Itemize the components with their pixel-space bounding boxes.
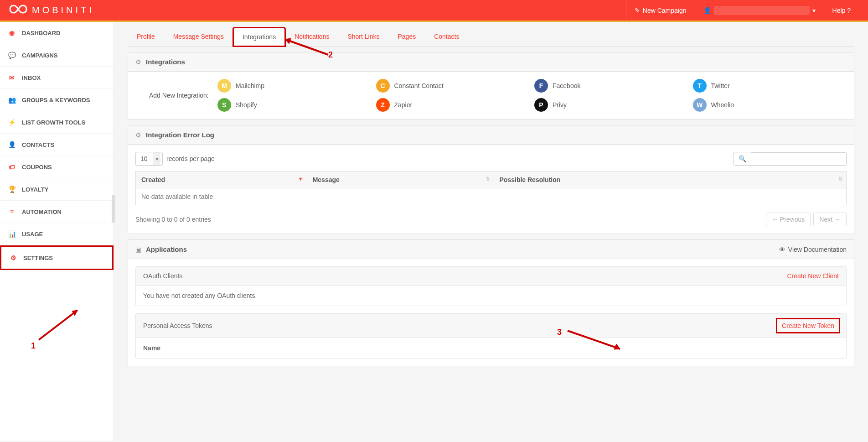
integration-wheelio[interactable]: WWheelio — [693, 98, 847, 112]
integration-icon: M — [217, 79, 231, 93]
oauth-empty-text: You have not created any OAuth clients. — [136, 286, 846, 306]
user-icon: 👤 — [703, 7, 711, 14]
gear-icon: ⚙ — [135, 131, 141, 139]
create-new-client-link[interactable]: Create New Client — [787, 272, 839, 280]
error-log-table: Created▼Message⇅Possible Resolution⇅ No … — [135, 171, 847, 205]
sidebar-item-label: CAMPAIGNS — [22, 52, 57, 59]
integration-label: Shopify — [236, 101, 257, 109]
error-log-panel: ⚙ Integration Error Log 10 records per p… — [128, 125, 854, 234]
tab-notifications[interactable]: Notifications — [285, 27, 338, 46]
sidebar-icon: ✉ — [8, 74, 16, 81]
tokens-name-column: Name — [143, 344, 160, 352]
integration-shopify[interactable]: SShopify — [217, 98, 372, 112]
view-doc-label: View Documentation — [788, 246, 847, 253]
sidebar-icon: 📊 — [8, 230, 16, 238]
integration-privy[interactable]: PPrivy — [534, 98, 688, 112]
integrations-panel: ⚙ Integrations Add New Integration: MMai… — [128, 52, 854, 120]
sidebar-item-automation[interactable]: ≡AUTOMATION — [0, 201, 114, 223]
sidebar-icon: 🏆 — [8, 186, 16, 193]
sidebar-item-label: COUPONS — [22, 164, 52, 171]
sidebar-resize-handle[interactable] — [112, 195, 115, 223]
main-content: ProfileMessage SettingsIntegrationsNotif… — [114, 22, 868, 441]
integration-icon: W — [693, 98, 707, 112]
sidebar-item-coupons[interactable]: 🏷COUPONS — [0, 156, 114, 178]
sidebar-icon: 🏷 — [8, 163, 16, 171]
sidebar-item-dashboard[interactable]: ◉DASHBOARD — [0, 22, 114, 44]
column-possible-resolution[interactable]: Possible Resolution⇅ — [494, 172, 846, 188]
next-page-button[interactable]: Next → — [813, 213, 847, 226]
sidebar-item-list-growth-tools[interactable]: ⚡LIST GROWTH TOOLS — [0, 111, 114, 134]
sidebar-icon: ⚙ — [10, 254, 17, 261]
sidebar-item-loyalty[interactable]: 🏆LOYALTY — [0, 178, 114, 201]
tab-message-settings[interactable]: Message Settings — [164, 27, 233, 46]
prev-page-button[interactable]: ← Previous — [766, 213, 811, 226]
error-log-title: Integration Error Log — [146, 131, 214, 139]
sidebar-item-label: INBOX — [22, 74, 41, 81]
integration-twitter[interactable]: TTwitter — [693, 79, 847, 93]
settings-tabs: ProfileMessage SettingsIntegrationsNotif… — [128, 27, 854, 47]
integration-label: Constant Contact — [394, 82, 444, 89]
integration-constant-contact[interactable]: CConstant Contact — [376, 79, 530, 93]
sidebar-item-label: DASHBOARD — [22, 30, 61, 36]
column-message[interactable]: Message⇅ — [307, 172, 494, 188]
integration-mailchimp[interactable]: MMailchimp — [217, 79, 372, 93]
oauth-title: OAuth Clients — [143, 272, 182, 280]
tokens-panel: Personal Access Tokens Create New Token … — [135, 313, 847, 359]
records-value: 10 — [140, 155, 148, 162]
sidebar-icon: ≡ — [8, 208, 16, 215]
sidebar-item-label: USAGE — [22, 231, 43, 238]
oauth-clients-panel: OAuth Clients Create New Client You have… — [135, 266, 847, 306]
integration-label: Mailchimp — [236, 82, 264, 89]
sort-icon: ▼ — [298, 176, 303, 182]
infinity-icon — [9, 5, 27, 16]
help-label: Help ? — [832, 7, 851, 14]
applications-title: Applications — [146, 245, 187, 253]
sidebar-item-label: GROUPS & KEYWORDS — [22, 97, 90, 104]
sidebar-icon: 👤 — [8, 141, 16, 148]
brand-text: MOBINITI — [32, 5, 94, 16]
sidebar-item-campaigns[interactable]: 💬CAMPAIGNS — [0, 44, 114, 67]
tab-short-links[interactable]: Short Links — [338, 27, 388, 46]
sidebar-icon: ⚡ — [8, 119, 16, 126]
chevron-down-icon: ▾ — [812, 7, 816, 14]
user-name-redacted — [714, 6, 810, 15]
tab-pages[interactable]: Pages — [388, 27, 425, 46]
integration-label: Wheelio — [711, 101, 734, 109]
integration-zapier[interactable]: ZZapier — [376, 98, 530, 112]
sidebar-item-label: LIST GROWTH TOOLS — [22, 119, 85, 126]
sidebar-item-groups-keywords[interactable]: 👥GROUPS & KEYWORDS — [0, 89, 114, 111]
integration-facebook[interactable]: FFacebook — [534, 79, 688, 93]
column-created[interactable]: Created▼ — [136, 172, 307, 188]
tab-integrations[interactable]: Integrations — [233, 27, 285, 47]
new-campaign-button[interactable]: ✎ New Campaign — [626, 0, 695, 21]
window-icon: ▣ — [135, 246, 141, 253]
tab-contacts[interactable]: Contacts — [425, 27, 468, 46]
view-documentation-link[interactable]: 👁 View Documentation — [779, 246, 847, 253]
records-per-page-select[interactable]: 10 — [135, 152, 163, 166]
create-new-token-link[interactable]: Create New Token — [777, 319, 839, 332]
sidebar-item-contacts[interactable]: 👤CONTACTS — [0, 134, 114, 156]
applications-panel: ▣ Applications 👁 View Documentation OAut… — [128, 239, 854, 366]
sidebar-item-usage[interactable]: 📊USAGE — [0, 223, 114, 245]
integration-label: Zapier — [394, 101, 413, 109]
sidebar-item-label: CONTACTS — [22, 141, 54, 148]
edit-icon: ✎ — [635, 7, 640, 14]
integration-icon: C — [376, 79, 390, 93]
sidebar-item-label: SETTINGS — [23, 255, 53, 261]
tab-profile[interactable]: Profile — [128, 27, 164, 46]
integration-icon: P — [534, 98, 548, 112]
tokens-title: Personal Access Tokens — [143, 322, 212, 329]
integration-icon: Z — [376, 98, 390, 112]
integration-label: Twitter — [711, 82, 730, 89]
brand-logo: MOBINITI — [9, 5, 94, 16]
top-header: MOBINITI ✎ New Campaign 👤 ▾ Help ? — [0, 0, 868, 22]
integrations-title: Integrations — [146, 58, 185, 66]
sidebar-item-settings[interactable]: ⚙SETTINGS — [0, 245, 114, 270]
error-log-search-input[interactable] — [751, 152, 847, 166]
help-button[interactable]: Help ? — [824, 0, 859, 21]
sidebar: ◉DASHBOARD💬CAMPAIGNS✉INBOX👥GROUPS & KEYW… — [0, 22, 114, 441]
sidebar-item-label: LOYALTY — [22, 186, 49, 193]
sidebar-item-inbox[interactable]: ✉INBOX — [0, 67, 114, 89]
user-menu[interactable]: 👤 ▾ — [695, 0, 824, 21]
sidebar-item-label: AUTOMATION — [22, 208, 62, 215]
